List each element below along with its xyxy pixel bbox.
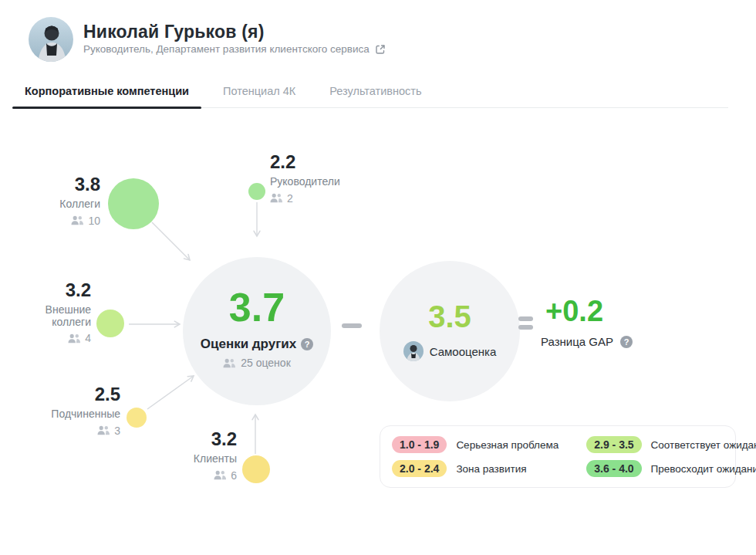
bubble-rukovoditeli [248,183,265,200]
equals-icon [518,316,533,330]
legend-label: Соответствует ожиданиям [651,439,756,451]
bubble-vneshnie-kollegi [96,310,124,337]
group-vneshnie-kollegi: 3.2 Внешние коллеги 4 [42,280,91,344]
self-label: Самооценка [430,345,497,358]
external-link-icon[interactable] [375,44,386,55]
people-icon [97,425,110,435]
minus-icon [342,323,362,328]
group-label: Клиенты [194,453,237,465]
self-avatar [403,341,424,361]
avatar-photo [29,17,73,62]
group-label: Руководители [270,176,340,188]
gap-block: +0.2 Разница GAP ? [541,296,633,348]
profile-competencies-page: Николай Гурьков (я) Руководитель, Департ… [0,0,756,555]
legend-range-badge: 2.0 - 2.4 [392,460,447,477]
legend-item-exceeds: 3.6 - 4.0 Превосходит ожидания [586,460,756,477]
avatar [29,17,73,62]
people-icon [71,215,84,225]
group-count: 4 [85,332,91,344]
others-count-row: 25 оценок [223,357,291,369]
people-icon [68,333,81,343]
self-score-circle: 3.5 Самооценка [380,261,520,401]
group-rukovoditeli: 2.2 Руководители 2 [270,152,340,205]
self-score: 3.5 [428,301,471,332]
gap-value: +0.2 [545,296,633,326]
group-score: 3.8 [75,174,100,195]
user-position: Руководитель, Департамент развития клиен… [83,43,370,55]
page-title-user-name: Николай Гурьков (я) [83,22,265,42]
tab-corporate-competencies[interactable]: Корпоративные компетенции [12,80,201,107]
score-legend-card: 1.0 - 1.9 Серьезная проблема 2.9 - 3.5 С… [380,425,736,488]
group-label: Подчиненные [51,408,120,420]
group-count-row: 4 [68,332,91,344]
group-count-row: 10 [71,215,100,227]
group-count-row: 2 [270,192,293,205]
legend-item-meets: 2.9 - 3.5 Соответствует ожиданиям [586,436,756,453]
legend-item-problem: 1.0 - 1.9 Серьезная проблема [392,436,559,453]
group-count-row: 6 [214,469,237,482]
group-count: 2 [287,192,293,205]
group-score: 2.2 [270,152,295,172]
legend-label: Зона развития [456,463,526,475]
group-count: 10 [88,215,100,227]
group-count: 6 [231,469,237,482]
others-label: Оценки других [201,337,296,352]
others-score-circle: 3.7 Оценки других ? 25 оценок [183,257,331,405]
others-label-row: Оценки других ? [201,337,313,352]
tab-bar: Корпоративные компетенции Потенциал 4К Р… [12,80,728,108]
group-kollegi: 3.8 Коллеги 10 [59,174,100,227]
others-help-icon[interactable]: ? [301,338,313,350]
gap-label: Разница GAP [541,335,613,348]
group-podchinennye: 2.5 Подчиненные 3 [51,384,120,437]
gap-label-row: Разница GAP ? [541,335,633,348]
legend-range-badge: 2.9 - 3.5 [586,436,641,453]
group-klienty: 3.2 Клиенты 6 [194,429,237,482]
legend-label: Серьезная проблема [456,439,559,451]
tab-potential-4k[interactable]: Потенциал 4К [211,80,308,107]
legend-item-development: 2.0 - 2.4 Зона развития [392,460,559,477]
group-label: Внешние коллеги [42,304,91,328]
bubble-kollegi [108,178,159,229]
legend-range-badge: 1.0 - 1.9 [392,436,447,453]
group-count-row: 3 [97,425,120,437]
tab-performance[interactable]: Результативность [317,80,434,107]
bubble-klienty [242,455,270,483]
bubble-podchinennye [127,408,147,428]
others-score: 3.7 [229,287,285,327]
legend-label: Превосходит ожидания [651,463,756,475]
group-score: 2.5 [95,384,120,404]
group-score: 3.2 [66,280,91,300]
others-count: 25 оценок [241,357,291,369]
self-label-row: Самооценка [403,341,497,361]
people-icon [270,193,283,203]
people-icon [223,358,236,368]
legend-range-badge: 3.6 - 4.0 [586,460,641,477]
user-subtitle-row: Руководитель, Департамент развития клиен… [83,43,386,55]
self-avatar-photo [403,341,424,361]
group-score: 3.2 [211,429,237,449]
group-label: Коллеги [59,198,100,210]
group-count: 3 [114,425,120,437]
gap-help-icon[interactable]: ? [620,336,633,348]
people-icon [214,470,227,480]
